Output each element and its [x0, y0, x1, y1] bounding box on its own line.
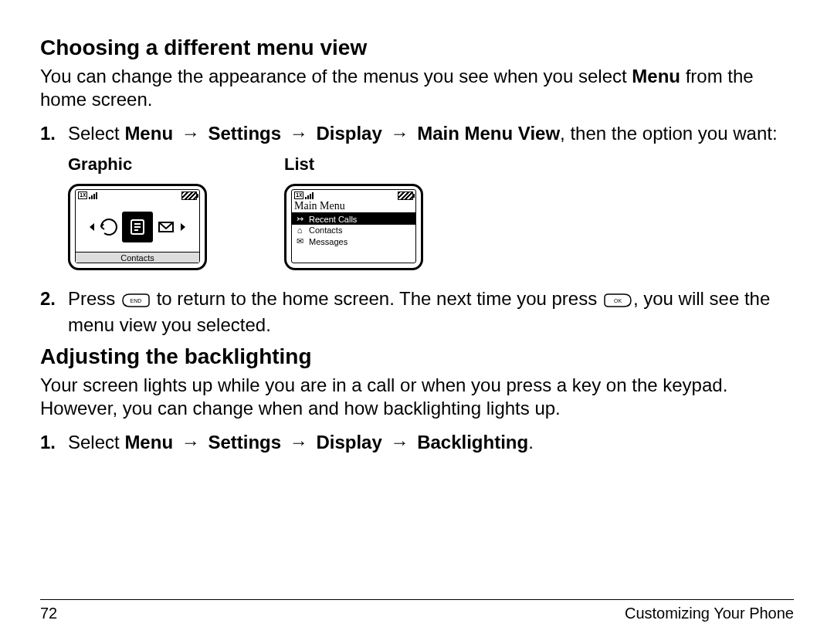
text: .	[528, 432, 534, 452]
step-item: 1. Select Menu → Settings → Display → Ba…	[40, 431, 794, 454]
nav-path: Menu → Settings → Display → Main Menu Vi…	[124, 123, 560, 144]
arrow-icon: →	[387, 122, 412, 145]
nav-path: Menu → Settings → Display → Backlighting	[124, 432, 528, 452]
softkey-label: Contacts	[76, 252, 199, 263]
ok-key-icon: OK	[604, 290, 632, 314]
list-item-label: Recent Calls	[309, 215, 357, 224]
option-list: List 1X Main Menu ↣	[284, 154, 423, 273]
left-arrow-icon	[88, 223, 96, 231]
step-text: Select Menu → Settings → Display → Backl…	[68, 431, 794, 454]
svg-rect-2	[134, 226, 141, 228]
option-label: List	[284, 154, 423, 175]
arrow-icon: →	[178, 431, 203, 454]
list-item: ↣ Recent Calls	[292, 213, 415, 225]
option-label: Graphic	[68, 154, 207, 175]
battery-icon	[398, 192, 413, 200]
status-bar: 1X	[292, 190, 415, 200]
text: , then the option you want:	[560, 123, 778, 144]
recent-calls-icon	[96, 213, 122, 241]
list-item-label: Contacts	[309, 225, 342, 235]
list-item-icon: ✉	[295, 236, 304, 246]
svg-rect-3	[134, 229, 138, 231]
list-item: ✉ Messages	[292, 236, 415, 247]
page-footer: 72 Customizing Your Phone	[40, 599, 794, 622]
steps-backlight: 1. Select Menu → Settings → Display → Ba…	[40, 431, 794, 454]
list-item-label: Messages	[309, 237, 348, 246]
text: to return to the home screen. The next t…	[157, 288, 602, 309]
list-item-icon: ↣	[295, 214, 304, 224]
menu-view-options: Graphic 1X	[68, 154, 794, 273]
arrow-icon: →	[178, 122, 203, 145]
page: Choosing a different menu view You can c…	[0, 0, 834, 644]
arrow-icon: →	[286, 122, 311, 145]
text: Press	[68, 288, 120, 309]
text: Select	[68, 123, 124, 144]
list-item: ⌂ Contacts	[292, 225, 415, 236]
text: You can change the appearance of the men…	[40, 66, 632, 86]
right-arrow-icon	[179, 223, 187, 231]
arrow-icon: →	[387, 431, 412, 454]
paragraph-backlight-intro: Your screen lights up while you are in a…	[40, 374, 794, 420]
svg-text:OK: OK	[614, 298, 622, 303]
graphic-menu-icons	[76, 200, 199, 252]
svg-text:END: END	[131, 298, 142, 303]
status-bar: 1X	[76, 190, 199, 200]
network-icon: 1X	[78, 192, 87, 199]
option-graphic: Graphic 1X	[68, 154, 207, 273]
section-heading-menu-view: Choosing a different menu view	[40, 36, 794, 60]
step-number: 1.	[40, 122, 68, 145]
step-item: 2. Press END to return to the home scree…	[40, 287, 794, 337]
messages-icon	[153, 213, 179, 241]
svg-rect-1	[134, 223, 141, 225]
signal-icon	[305, 192, 314, 199]
text: Select	[68, 432, 124, 452]
phone-screen-graphic: 1X	[68, 184, 207, 270]
text-bold-menu: Menu	[632, 66, 680, 86]
list-title: Main Menu	[292, 200, 415, 213]
phone-screen-list: 1X Main Menu ↣ Recent Calls ⌂	[284, 184, 423, 270]
step-number: 2.	[40, 287, 68, 337]
step-number: 1.	[40, 431, 68, 454]
steps-menu-view: 1. Select Menu → Settings → Display → Ma…	[40, 122, 794, 145]
network-icon: 1X	[294, 192, 303, 199]
paragraph-menu-intro: You can change the appearance of the men…	[40, 65, 794, 111]
step-item: 1. Select Menu → Settings → Display → Ma…	[40, 122, 794, 145]
contacts-icon	[122, 212, 153, 242]
step-text: Select Menu → Settings → Display → Main …	[68, 122, 794, 145]
step-text: Press END to return to the home screen. …	[68, 287, 794, 337]
steps-menu-view-2: 2. Press END to return to the home scree…	[40, 287, 794, 337]
list-item-icon: ⌂	[295, 225, 304, 235]
end-key-icon: END	[122, 290, 150, 314]
section-heading-backlight: Adjusting the backlighting	[40, 344, 794, 369]
chapter-title: Customizing Your Phone	[625, 605, 794, 622]
signal-icon	[89, 192, 97, 199]
page-number: 72	[40, 605, 57, 622]
arrow-icon: →	[286, 431, 311, 454]
battery-icon	[181, 192, 197, 200]
